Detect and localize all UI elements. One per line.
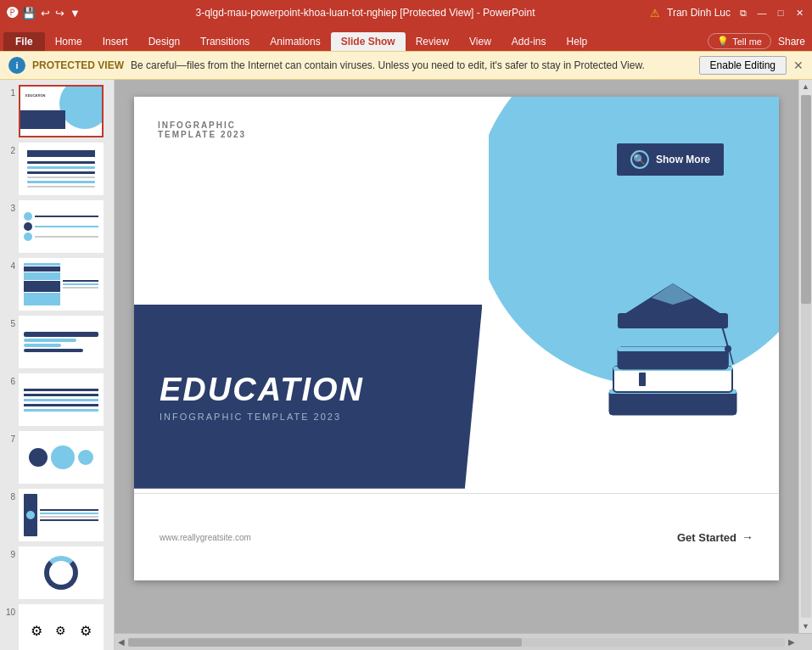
svg-rect-4 bbox=[639, 373, 646, 386]
close-protected-bar-icon[interactable]: ✕ bbox=[793, 59, 804, 72]
canvas-wrapper: INFOGRAPHIC TEMPLATE 2023 🔍 Show More ED… bbox=[115, 80, 812, 650]
slide-thumb-8[interactable]: 8 bbox=[3, 489, 110, 541]
maximize-button[interactable]: □ bbox=[775, 7, 787, 19]
title-bar-left: 🅟 💾 ↩ ↪ ▼ bbox=[7, 6, 81, 20]
slide-thumbnail-10[interactable]: ⚙ ⚙ ⚙ bbox=[19, 604, 104, 650]
slide-thumb-5[interactable]: 5 bbox=[3, 316, 110, 368]
svg-point-12 bbox=[725, 345, 731, 352]
graduation-illustration bbox=[592, 266, 753, 436]
scroll-up-icon[interactable]: ▲ bbox=[799, 80, 812, 93]
scroll-right-icon[interactable]: ▶ bbox=[788, 637, 795, 647]
tab-transitions[interactable]: Transitions bbox=[190, 32, 260, 51]
title-bar-right: ⚠ Tran Dinh Luc ⧉ — □ ✕ bbox=[650, 7, 805, 20]
tab-help[interactable]: Help bbox=[557, 32, 598, 51]
customize-icon[interactable]: ▼ bbox=[70, 7, 81, 20]
tab-view[interactable]: View bbox=[459, 32, 501, 51]
education-title: EDUCATION bbox=[160, 372, 456, 408]
get-started-arrow-icon: → bbox=[742, 530, 753, 544]
warning-icon: ⚠ bbox=[650, 7, 660, 20]
slide-thumbnail-7[interactable] bbox=[19, 431, 104, 484]
slide-number-4: 4 bbox=[3, 261, 15, 271]
get-started-link[interactable]: Get Started → bbox=[677, 530, 753, 544]
website-url: www.reallygreatsite.com bbox=[160, 533, 677, 542]
title-bar: 🅟 💾 ↩ ↪ ▼ 3-qlgd-mau-powerpoint-khoa-lua… bbox=[0, 0, 812, 25]
redo-icon[interactable]: ↪ bbox=[55, 7, 64, 20]
minimize-button[interactable]: — bbox=[756, 7, 768, 19]
scroll-left-icon[interactable]: ◀ bbox=[118, 637, 125, 647]
vertical-scroll-thumb[interactable] bbox=[801, 95, 811, 304]
slide-thumbnail-6[interactable] bbox=[19, 373, 104, 426]
get-started-label: Get Started bbox=[677, 531, 736, 544]
slide-bottom-bar: www.reallygreatsite.com Get Started → bbox=[134, 493, 779, 580]
education-bar: EDUCATION INFOGRAPHIC TEMPLATE 2023 bbox=[134, 305, 482, 489]
scroll-corner bbox=[795, 634, 809, 651]
username: Tran Dinh Luc bbox=[667, 7, 731, 19]
tab-insert[interactable]: Insert bbox=[92, 32, 138, 51]
infographic-label: INFOGRAPHIC bbox=[158, 120, 465, 130]
tell-me-box[interactable]: 💡 Tell me bbox=[708, 33, 771, 49]
lightbulb-icon: 💡 bbox=[717, 36, 729, 47]
tell-me-label: Tell me bbox=[732, 36, 762, 47]
tab-review[interactable]: Review bbox=[406, 32, 459, 51]
tab-slideshow[interactable]: Slide Show bbox=[331, 32, 406, 51]
save-icon[interactable]: 💾 bbox=[22, 7, 36, 20]
horizontal-scroll-thumb[interactable] bbox=[128, 638, 522, 647]
slide-thumbnail-2[interactable] bbox=[19, 143, 104, 195]
slide-number-3: 3 bbox=[3, 204, 15, 213]
slide-thumbnail-9[interactable] bbox=[19, 546, 104, 599]
canvas-and-scrollbar: INFOGRAPHIC TEMPLATE 2023 🔍 Show More ED… bbox=[115, 80, 812, 633]
slide-thumb-7[interactable]: 7 bbox=[3, 431, 110, 484]
vertical-scroll-track[interactable] bbox=[801, 95, 811, 618]
tab-animations[interactable]: Animations bbox=[260, 32, 330, 51]
protected-view-bar: i PROTECTED VIEW Be careful—files from t… bbox=[0, 51, 812, 80]
slide-number-1: 1 bbox=[3, 88, 15, 98]
education-subtitle: INFOGRAPHIC TEMPLATE 2023 bbox=[160, 412, 456, 422]
slide-number-7: 7 bbox=[3, 434, 15, 444]
svg-rect-6 bbox=[618, 347, 728, 351]
tab-home[interactable]: Home bbox=[45, 32, 92, 51]
template-year-label: TEMPLATE 2023 bbox=[158, 130, 465, 139]
restore-down-icon[interactable]: ⧉ bbox=[737, 7, 749, 19]
share-button[interactable]: Share bbox=[778, 36, 805, 48]
slide-number-5: 5 bbox=[3, 319, 15, 328]
horizontal-scroll-track[interactable] bbox=[128, 638, 785, 647]
undo-icon[interactable]: ↩ bbox=[41, 7, 50, 20]
ribbon-right-actions: 💡 Tell me Share bbox=[708, 33, 812, 51]
slide-thumb-1[interactable]: 1 EDUCATION bbox=[3, 85, 110, 137]
svg-rect-10 bbox=[643, 309, 703, 317]
search-circle-icon: 🔍 bbox=[630, 150, 649, 169]
slide-thumbnail-5[interactable] bbox=[19, 316, 104, 368]
close-button[interactable]: ✕ bbox=[793, 7, 805, 19]
slide-thumb-9[interactable]: 9 bbox=[3, 546, 110, 599]
slide-thumbnail-1[interactable]: EDUCATION bbox=[19, 85, 104, 137]
slide-number-6: 6 bbox=[3, 377, 15, 386]
slide-thumb-3[interactable]: 3 bbox=[3, 200, 110, 253]
canvas-area: INFOGRAPHIC TEMPLATE 2023 🔍 Show More ED… bbox=[115, 80, 798, 633]
vertical-scrollbar[interactable]: ▲ ▼ bbox=[798, 80, 812, 633]
tab-design[interactable]: Design bbox=[138, 32, 190, 51]
window-title: 3-qlgd-mau-powerpoint-khoa-luan-tot-nghi… bbox=[81, 7, 650, 19]
slide-panel[interactable]: 1 EDUCATION 2 bbox=[0, 80, 115, 650]
protected-label: PROTECTED VIEW bbox=[32, 59, 124, 71]
slide-thumb-4[interactable]: 4 bbox=[3, 258, 110, 311]
show-more-label: Show More bbox=[656, 154, 710, 165]
horizontal-scrollbar-area: ◀ ▶ bbox=[115, 633, 812, 650]
slide-number-10: 10 bbox=[3, 608, 15, 617]
show-more-button[interactable]: 🔍 Show More bbox=[617, 143, 724, 176]
slide-number-8: 8 bbox=[3, 492, 15, 502]
slide-thumb-10[interactable]: 10 ⚙ ⚙ ⚙ bbox=[3, 604, 110, 650]
slide-canvas: INFOGRAPHIC TEMPLATE 2023 🔍 Show More ED… bbox=[134, 97, 779, 580]
slide-thumbnail-8[interactable] bbox=[19, 489, 104, 541]
tab-file[interactable]: File bbox=[3, 32, 45, 51]
svg-line-15 bbox=[730, 351, 733, 364]
slide-thumbnail-3[interactable] bbox=[19, 200, 104, 253]
slide-thumbnail-4[interactable] bbox=[19, 258, 104, 311]
scroll-down-icon[interactable]: ▼ bbox=[799, 619, 812, 633]
protected-message: Be careful—files from the Internet can c… bbox=[131, 59, 692, 71]
tab-addins[interactable]: Add-ins bbox=[501, 32, 557, 51]
enable-editing-button[interactable]: Enable Editing bbox=[699, 56, 787, 75]
ribbon-tabs: File Home Insert Design Transitions Anim… bbox=[0, 25, 812, 51]
slide-thumb-6[interactable]: 6 bbox=[3, 373, 110, 426]
main-area: 1 EDUCATION 2 bbox=[0, 80, 812, 650]
slide-thumb-2[interactable]: 2 bbox=[3, 143, 110, 195]
